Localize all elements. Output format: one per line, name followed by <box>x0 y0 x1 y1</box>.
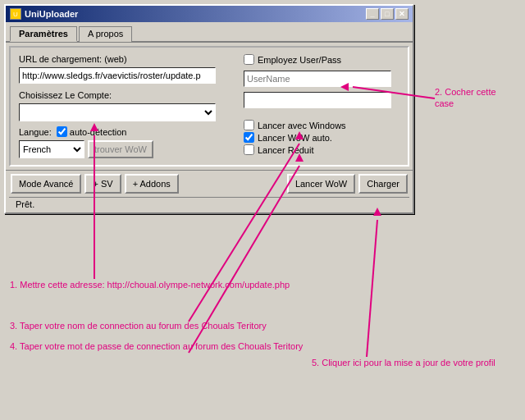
annotation-4: 4. Taper votre mot de passe de connectio… <box>10 340 303 352</box>
title-buttons: _ □ ✕ <box>366 8 409 20</box>
annotation-2: 2. Cocher cette case <box>435 86 517 110</box>
auto-detect-row: auto-détection <box>57 126 127 137</box>
annotation-1: 1. Mettre cette adresse: http://choual.o… <box>10 279 290 290</box>
langue-row: Langue: auto-détection <box>19 126 237 137</box>
annotation-5: 5. Cliquer ici pour la mise a jour de vo… <box>312 357 495 368</box>
main-window: U UniUploader _ □ ✕ Paramètres A propos … <box>4 4 414 214</box>
lancer-wow-auto-label: Lancer WoW auto. <box>258 133 332 143</box>
lancer-reduit-label: Lancer Réduit <box>258 145 314 155</box>
lancer-wow-button[interactable]: Lancer WoW <box>287 174 355 194</box>
lancer-reduit-checkbox[interactable] <box>244 144 254 155</box>
compte-select[interactable] <box>19 103 216 121</box>
employe-checkbox[interactable] <box>244 54 254 65</box>
trouver-wow-button[interactable]: trouver WoW <box>88 140 153 158</box>
langue-select[interactable]: French <box>19 140 84 158</box>
annotation-3: 3. Taper votre nom de connection au foru… <box>10 320 267 331</box>
app-icon: U <box>10 8 21 20</box>
sv-button[interactable]: + SV <box>84 174 121 194</box>
right-col: Employez User/Pass Lancer avec Windows L… <box>244 54 399 155</box>
svg-line-8 <box>367 220 377 357</box>
employe-label: Employez User/Pass <box>258 55 341 65</box>
auto-detect-label: auto-détection <box>70 127 127 137</box>
compte-label: Choisissez Le Compte: <box>19 90 237 100</box>
lancer-windows-label: Lancer avec Windows <box>258 121 346 130</box>
status-text: Prêt. <box>16 199 34 209</box>
maximize-button[interactable]: □ <box>381 8 394 20</box>
auto-detect-checkbox[interactable] <box>57 126 67 137</box>
url-label: URL de chargement: (web) <box>19 54 237 64</box>
title-bar-left: U UniUploader <box>10 8 78 20</box>
tab-bar: Paramètres A propos <box>6 22 413 43</box>
checkboxes-section: Lancer avec Windows Lancer WoW auto. Lan… <box>244 118 399 155</box>
employe-row: Employez User/Pass <box>244 54 399 65</box>
langue-label: Langue: <box>19 127 52 137</box>
panel: URL de chargement: (web) document.curren… <box>9 46 409 167</box>
main-row: URL de chargement: (web) document.curren… <box>19 54 399 158</box>
tab-parametres[interactable]: Paramètres <box>10 26 77 42</box>
status-bar: Prêt. <box>9 197 409 211</box>
tab-apropos[interactable]: A propos <box>79 26 132 42</box>
lancer-windows-row: Lancer avec Windows <box>244 120 399 130</box>
lancer-reduit-row: Lancer Réduit <box>244 144 399 155</box>
username-input[interactable] <box>244 71 391 87</box>
addons-button[interactable]: + Addons <box>125 174 179 194</box>
password-input[interactable] <box>244 92 391 108</box>
lancer-windows-checkbox[interactable] <box>244 120 254 130</box>
title-bar: U UniUploader _ □ ✕ <box>6 6 413 22</box>
window-title: UniUploader <box>25 9 78 19</box>
bottom-buttons: Mode Avancé + SV + Addons Lancer WoW Cha… <box>6 170 413 197</box>
charger-button[interactable]: Charger <box>358 174 408 194</box>
lancer-wow-auto-row: Lancer WoW auto. <box>244 132 399 143</box>
minimize-button[interactable]: _ <box>366 8 379 20</box>
left-col: URL de chargement: (web) document.curren… <box>19 54 237 158</box>
url-input[interactable] <box>19 67 216 84</box>
langue-select-row: French trouver WoW <box>19 140 237 158</box>
close-button[interactable]: ✕ <box>395 8 409 20</box>
mode-avance-button[interactable]: Mode Avancé <box>11 174 81 194</box>
lancer-wow-auto-checkbox[interactable] <box>244 132 254 143</box>
